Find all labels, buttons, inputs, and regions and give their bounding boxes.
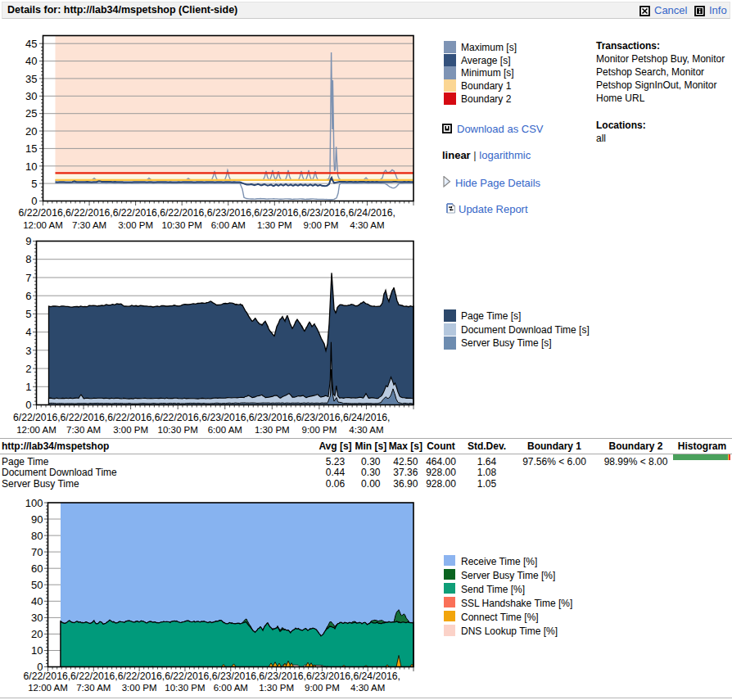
svg-text:90: 90: [31, 513, 43, 526]
svg-text:5: 5: [25, 308, 31, 320]
svg-text:30: 30: [25, 90, 37, 102]
svg-text:2: 2: [25, 363, 31, 375]
svg-text:6: 6: [25, 290, 31, 302]
svg-text:0: 0: [25, 399, 31, 411]
svg-text:10: 10: [25, 160, 37, 173]
svg-text:4:30 AM: 4:30 AM: [349, 425, 383, 435]
svg-text:0: 0: [31, 195, 37, 207]
svg-text:1:30 PM: 1:30 PM: [257, 220, 292, 230]
svg-text:8: 8: [25, 253, 31, 265]
svg-text:12:00 AM: 12:00 AM: [23, 220, 63, 230]
svg-text:45: 45: [25, 38, 37, 50]
svg-text:6/22/2016,6/22/2016,6/22/2016,: 6/22/2016,6/22/2016,6/22/2016,6/22/2016,…: [24, 671, 401, 682]
svg-text:10: 10: [31, 644, 43, 657]
svg-text:10:30 PM: 10:30 PM: [165, 683, 205, 693]
svg-text:9:00 PM: 9:00 PM: [305, 683, 340, 693]
svg-text:3:00 PM: 3:00 PM: [118, 220, 153, 230]
svg-text:20: 20: [31, 628, 43, 640]
svg-text:9:00 PM: 9:00 PM: [301, 425, 337, 435]
svg-text:5: 5: [31, 178, 37, 190]
svg-text:3: 3: [25, 345, 31, 357]
svg-text:1:30 PM: 1:30 PM: [255, 425, 290, 435]
svg-text:25: 25: [25, 107, 37, 120]
svg-text:7:30 AM: 7:30 AM: [72, 220, 106, 230]
svg-text:70: 70: [31, 546, 43, 558]
svg-text:30: 30: [31, 612, 43, 624]
svg-text:60: 60: [31, 562, 43, 575]
svg-text:12:00 AM: 12:00 AM: [28, 683, 68, 693]
svg-text:80: 80: [31, 530, 43, 542]
svg-text:4:30 AM: 4:30 AM: [350, 220, 384, 230]
svg-text:20: 20: [25, 125, 37, 138]
svg-text:1:30 PM: 1:30 PM: [259, 683, 294, 693]
svg-text:3:00 PM: 3:00 PM: [113, 425, 148, 435]
svg-text:9: 9: [25, 235, 31, 247]
svg-text:40: 40: [31, 595, 43, 607]
svg-text:7:30 AM: 7:30 AM: [76, 683, 111, 693]
svg-text:9:00 PM: 9:00 PM: [303, 220, 338, 230]
svg-text:40: 40: [25, 55, 37, 67]
svg-text:1: 1: [25, 381, 31, 393]
svg-text:6/22/2016,6/22/2016,6/22/2016,: 6/22/2016,6/22/2016,6/22/2016,6/22/2016,…: [19, 207, 396, 219]
svg-text:6/22/2016,6/22/2016,6/22/2016,: 6/22/2016,6/22/2016,6/22/2016,6/22/2016,…: [13, 412, 391, 423]
svg-text:6:00 AM: 6:00 AM: [208, 425, 242, 435]
svg-text:7: 7: [25, 272, 31, 284]
svg-text:15: 15: [25, 142, 37, 155]
svg-text:10:30 PM: 10:30 PM: [162, 220, 202, 230]
svg-text:100: 100: [25, 497, 43, 509]
svg-text:3:00 PM: 3:00 PM: [122, 683, 157, 693]
svg-text:4: 4: [25, 326, 31, 338]
svg-text:12:00 AM: 12:00 AM: [16, 425, 56, 435]
svg-text:6:00 AM: 6:00 AM: [214, 683, 248, 693]
svg-text:6:00 AM: 6:00 AM: [211, 220, 246, 230]
svg-text:7:30 AM: 7:30 AM: [66, 425, 101, 435]
svg-text:50: 50: [31, 579, 43, 591]
svg-text:4:30 AM: 4:30 AM: [350, 683, 385, 693]
svg-text:35: 35: [25, 73, 37, 85]
svg-text:10:30 PM: 10:30 PM: [158, 425, 198, 435]
